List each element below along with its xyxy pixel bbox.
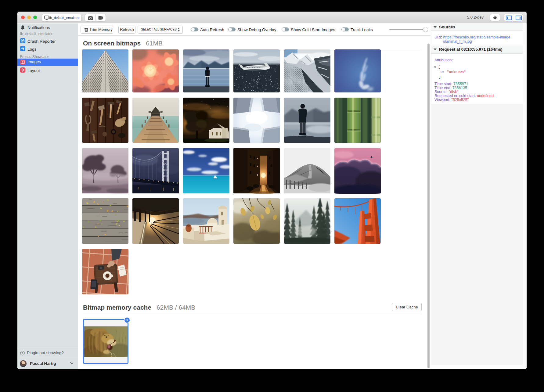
svg-text:?: ? [22, 351, 23, 355]
